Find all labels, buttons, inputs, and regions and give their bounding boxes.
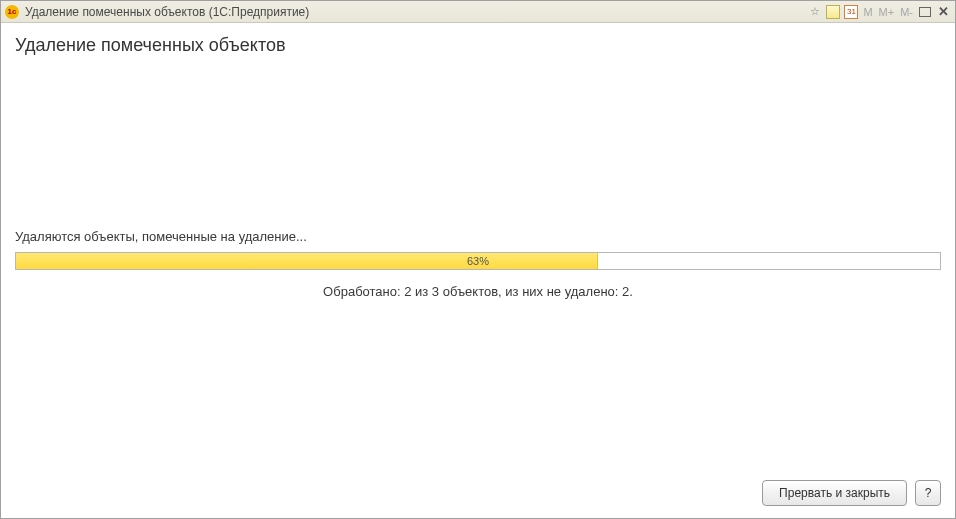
status-text: Удаляются объекты, помеченные на удалени… [15,229,941,244]
content-area: Удаление помеченных объектов Удаляются о… [1,23,955,518]
progress-section: Удаляются объекты, помеченные на удалени… [15,64,941,333]
calendar-icon[interactable]: 31 [843,4,859,20]
window-title: Удаление помеченных объектов (1С:Предпри… [25,5,309,19]
cancel-close-button[interactable]: Прервать и закрыть [762,480,907,506]
memory-m-plus-button[interactable]: M+ [877,6,897,18]
titlebar-right: ☆ 31 M M+ M- ✕ [807,4,951,20]
progress-label: 63% [16,253,940,269]
maximize-button[interactable] [917,4,933,20]
memory-m-minus-button[interactable]: M- [898,6,915,18]
titlebar-left: 1c Удаление помеченных объектов (1С:Пред… [5,5,807,19]
app-icon: 1c [5,5,19,19]
titlebar: 1c Удаление помеченных объектов (1С:Пред… [1,1,955,23]
memory-m-button[interactable]: M [861,6,874,18]
spacer [15,333,941,472]
progress-bar: 63% [15,252,941,270]
footer: Прервать и закрыть ? [15,472,941,506]
close-button[interactable]: ✕ [935,4,951,20]
help-button[interactable]: ? [915,480,941,506]
app-window: 1c Удаление помеченных объектов (1С:Пред… [0,0,956,519]
sheet-icon[interactable] [825,4,841,20]
summary-text: Обработано: 2 из 3 объектов, из них не у… [15,284,941,299]
favorite-icon[interactable]: ☆ [807,4,823,20]
page-title: Удаление помеченных объектов [15,35,941,56]
